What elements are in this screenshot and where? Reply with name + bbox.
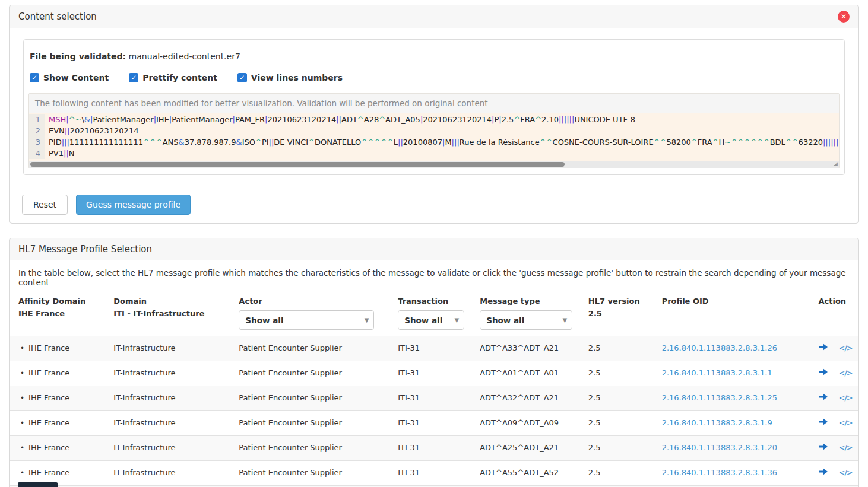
cell-affinity-domain: •IHE France bbox=[10, 386, 105, 411]
cell-hl7-version: 2.5 bbox=[580, 461, 654, 486]
col-profile-oid: Profile OID bbox=[654, 294, 810, 336]
bullet-icon: • bbox=[20, 419, 24, 427]
profile-oid-link[interactable]: 2.16.840.1.113883.2.8.3.1.20 bbox=[662, 443, 777, 452]
cell-message-type: ADT^A55^ADT_A52 bbox=[471, 461, 580, 486]
horizontal-scrollbar[interactable] bbox=[29, 161, 839, 168]
col-affinity-domain: Affinity Domain IHE France bbox=[10, 294, 105, 336]
profile-oid-link[interactable]: 2.16.840.1.113883.2.8.3.1.26 bbox=[662, 343, 777, 352]
bullet-icon: • bbox=[20, 444, 24, 452]
bullet-icon: • bbox=[20, 344, 24, 352]
validate-arrow-icon[interactable] bbox=[818, 467, 828, 478]
cell-message-type: ADT^A33^ADT_A21 bbox=[471, 336, 580, 361]
cell-action: </> bbox=[810, 436, 858, 461]
checkbox-label: View lines numbers bbox=[251, 73, 343, 82]
cell-domain: IT-Infrastructure bbox=[105, 411, 230, 436]
table-row: •IHE France IT-Infrastructure Patient En… bbox=[10, 336, 858, 361]
close-icon[interactable]: ✕ bbox=[838, 11, 850, 23]
chevron-down-icon: ▼ bbox=[563, 317, 568, 323]
actor-filter-select[interactable]: Show all ▼ bbox=[239, 310, 374, 330]
file-box: File being validated: manual-edited-cont… bbox=[23, 39, 845, 175]
code-line: 2EVN||20210623120214 bbox=[29, 125, 839, 136]
cell-action: </> bbox=[810, 386, 858, 411]
cell-domain: IT-Infrastructure bbox=[105, 361, 230, 386]
col-domain: Domain ITI - IT-Infrastructure bbox=[105, 294, 230, 336]
cell-transaction: ITI-31 bbox=[389, 436, 471, 461]
cell-action: </> bbox=[810, 336, 858, 361]
cell-message-type: ADT^A32^ADT_A21 bbox=[471, 386, 580, 411]
cell-domain: IT-Infrastructure bbox=[105, 336, 230, 361]
checkbox-checked-icon: ✓ bbox=[129, 73, 138, 82]
cell-domain: IT-Infrastructure bbox=[105, 386, 230, 411]
transaction-filter-select[interactable]: Show all ▼ bbox=[398, 310, 464, 330]
cell-transaction: ITI-31 bbox=[389, 386, 471, 411]
profile-oid-link[interactable]: 2.16.840.1.113883.2.8.3.1.25 bbox=[662, 393, 777, 402]
cell-profile-oid: 2.16.840.1.113883.2.8.3.1.20 bbox=[654, 436, 810, 461]
cell-hl7-version: 2.5 bbox=[580, 411, 654, 436]
validate-arrow-icon[interactable] bbox=[818, 343, 828, 353]
checkbox-checked-icon: ✓ bbox=[30, 73, 39, 82]
validate-arrow-icon[interactable] bbox=[818, 393, 828, 403]
validate-arrow-icon[interactable] bbox=[818, 368, 828, 378]
code-line: 1MSH|^~\&|PatientManager|IHE|PatientMana… bbox=[29, 114, 839, 125]
chevron-down-icon: ▼ bbox=[365, 317, 369, 323]
cell-profile-oid: 2.16.840.1.113883.2.8.3.1.26 bbox=[654, 336, 810, 361]
table-row: •IHE France IT-Infrastructure Patient En… bbox=[10, 386, 858, 411]
message-type-filter-select[interactable]: Show all ▼ bbox=[480, 310, 572, 330]
profile-oid-link[interactable]: 2.16.840.1.113883.2.8.3.1.9 bbox=[662, 418, 772, 427]
profile-oid-link[interactable]: 2.16.840.1.113883.2.8.3.1.1 bbox=[662, 368, 772, 377]
table-row: •IHE France IT-Infrastructure Patient En… bbox=[10, 361, 858, 386]
scrollbar-thumb[interactable] bbox=[30, 162, 565, 167]
cell-affinity-domain: •IHE France bbox=[10, 336, 105, 361]
resize-grip-icon[interactable]: ◢ bbox=[831, 161, 838, 167]
content-preview: The following content has been modified … bbox=[28, 93, 840, 168]
checkbox-row: ✓ Show Content ✓ Prettify content ✓ View… bbox=[30, 73, 840, 82]
view-code-icon[interactable]: </> bbox=[839, 468, 853, 477]
bullet-icon: • bbox=[20, 469, 24, 477]
content-selection-footer: Reset Guess message profile bbox=[10, 186, 858, 223]
cell-actor: Patient Encounter Supplier bbox=[230, 336, 389, 361]
view-code-icon[interactable]: </> bbox=[839, 443, 853, 452]
guess-message-profile-button[interactable]: Guess message profile bbox=[76, 195, 191, 215]
page: Content selection ✕ File being validated… bbox=[0, 0, 868, 487]
cell-actor: Patient Encounter Supplier bbox=[230, 386, 389, 411]
validate-arrow-icon[interactable] bbox=[818, 418, 828, 428]
view-code-icon[interactable]: </> bbox=[839, 343, 853, 352]
reset-button[interactable]: Reset bbox=[22, 195, 68, 215]
cell-affinity-domain: •IHE France bbox=[10, 436, 105, 461]
chevron-down-icon: ▼ bbox=[455, 317, 460, 323]
profile-oid-link[interactable]: 2.16.840.1.113883.2.8.3.1.36 bbox=[662, 468, 777, 477]
checkbox-label: Prettify content bbox=[142, 73, 217, 82]
content-selection-header: Content selection ✕ bbox=[10, 5, 858, 28]
profile-selection-panel: HL7 Message Profile Selection In the tab… bbox=[9, 238, 859, 487]
cell-affinity-domain: •IHE France bbox=[10, 361, 105, 386]
cell-actor: Patient Encounter Supplier bbox=[230, 361, 389, 386]
cell-message-type: ADT^A09^ADT_A09 bbox=[471, 411, 580, 436]
view-code-icon[interactable]: </> bbox=[839, 393, 853, 402]
validate-arrow-icon[interactable] bbox=[818, 443, 828, 453]
cell-message-type: ADT^A25^ADT_A21 bbox=[471, 436, 580, 461]
table-row: •IHE France IT-Infrastructure Patient En… bbox=[10, 436, 858, 461]
file-name: manual-edited-content.er7 bbox=[129, 52, 240, 61]
table-instructions: In the table below, select the HL7 messa… bbox=[10, 260, 858, 288]
content-selection-panel: Content selection ✕ File being validated… bbox=[9, 5, 859, 224]
modification-note: The following content has been modified … bbox=[29, 94, 839, 113]
checkbox-label: Show Content bbox=[43, 73, 109, 82]
cell-domain: IT-Infrastructure bbox=[105, 461, 230, 486]
cell-transaction: ITI-31 bbox=[389, 336, 471, 361]
show-content-checkbox[interactable]: ✓ Show Content bbox=[30, 73, 109, 82]
view-code-icon[interactable]: </> bbox=[839, 418, 853, 427]
table-row: •IHE France IT-Infrastructure Patient En… bbox=[10, 411, 858, 436]
content-selection-body: File being validated: manual-edited-cont… bbox=[10, 28, 858, 186]
prettify-content-checkbox[interactable]: ✓ Prettify content bbox=[129, 73, 217, 82]
cell-transaction: ITI-31 bbox=[389, 411, 471, 436]
cell-profile-oid: 2.16.840.1.113883.2.8.3.1.25 bbox=[654, 386, 810, 411]
cell-action: </> bbox=[810, 461, 858, 486]
cell-hl7-version: 2.5 bbox=[580, 336, 654, 361]
cell-hl7-version: 2.5 bbox=[580, 361, 654, 386]
cell-action: </> bbox=[810, 361, 858, 386]
col-message-type: Message type Show all ▼ bbox=[471, 294, 580, 336]
view-lines-numbers-checkbox[interactable]: ✓ View lines numbers bbox=[237, 73, 343, 82]
view-code-icon[interactable]: </> bbox=[839, 368, 853, 377]
file-being-validated: File being validated: manual-edited-cont… bbox=[28, 48, 840, 63]
table-row: •IHE France IT-Infrastructure Patient En… bbox=[10, 461, 858, 486]
